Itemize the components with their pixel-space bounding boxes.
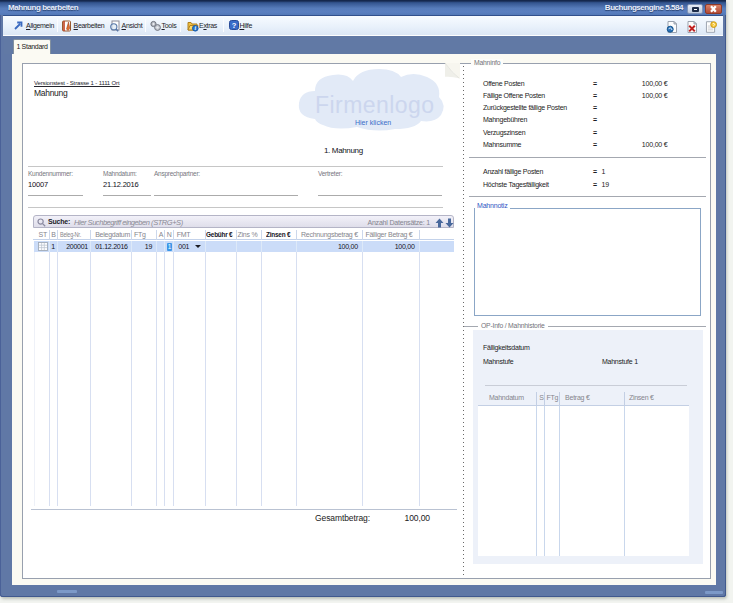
svg-text:Firmenlogo: Firmenlogo: [315, 92, 434, 118]
svg-text:?: ?: [231, 21, 236, 30]
svg-text:Hier klicken: Hier klicken: [355, 119, 391, 126]
